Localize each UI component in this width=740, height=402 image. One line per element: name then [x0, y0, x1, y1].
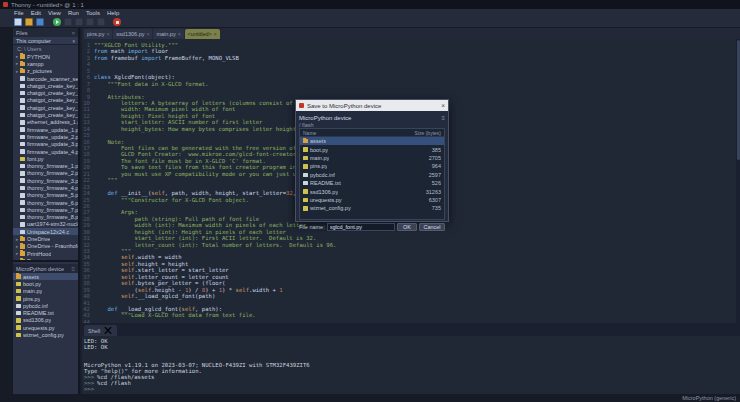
dialog-file-row[interactable]: pybcdc.inf 2597	[300, 171, 444, 179]
dialog-file-row[interactable]: main.py 2705	[300, 154, 444, 162]
editor-tab[interactable]: <untitled> ×	[185, 29, 220, 39]
step-into-button[interactable]	[86, 18, 94, 26]
status-bar: MicroPython (generic)	[0, 394, 740, 402]
device-file-item[interactable]: urequests.py	[13, 324, 78, 331]
tab-close-icon[interactable]: ×	[147, 31, 150, 37]
tree-item[interactable]: font.py	[13, 155, 78, 162]
tree-item[interactable]: z_pictures	[13, 68, 78, 75]
save-dialog: Save to MicroPython device × MicroPython…	[295, 99, 449, 222]
save-file-button[interactable]	[36, 18, 44, 26]
dialog-menu-icon[interactable]: ≡	[441, 115, 445, 121]
tree-item[interactable]: thonny_firmware_8.pn	[13, 214, 78, 221]
file-name: Unispace12x24.c	[27, 229, 69, 235]
tree-item[interactable]: thonny_firmware_2.pn	[13, 170, 78, 177]
tree-item[interactable]: PrintHood	[13, 250, 78, 257]
device-file-item[interactable]: README.txt	[13, 309, 78, 316]
tree-item[interactable]: thonny_firmware_3.pn	[13, 177, 78, 184]
device-file-item[interactable]: main.py	[13, 288, 78, 295]
tree-item[interactable]: firmware_update_4.pn	[13, 148, 78, 155]
file-name: thonny_firmware_5.pn	[27, 192, 78, 198]
column-name[interactable]: Name	[303, 130, 316, 136]
tree-item[interactable]: OneDrive - Fraunhofer	[13, 243, 78, 250]
device-file-list[interactable]: assets boot.py main.py pins.py pybcdc.in…	[13, 273, 78, 339]
backend-status[interactable]: MicroPython (generic)	[682, 395, 736, 401]
menu-item[interactable]: View	[48, 10, 61, 16]
tree-item[interactable]: OneDrive	[13, 235, 78, 242]
files-panel-header: Files ×	[13, 28, 78, 37]
tab-close-icon[interactable]: ×	[106, 31, 109, 37]
menu-item[interactable]: File	[14, 10, 24, 16]
tree-item[interactable]: Unispace12x24.c	[13, 228, 78, 235]
dialog-file-list[interactable]: Name Size (bytes) assets boot.py 385	[299, 128, 445, 220]
file-name: thonny_firmware_6.pn	[27, 200, 78, 206]
dialog-file-row[interactable]: assets	[300, 137, 444, 145]
dialog-close-icon[interactable]: ×	[441, 102, 445, 109]
tab-close-icon[interactable]: ×	[178, 31, 181, 37]
device-file-item[interactable]: boot.py	[13, 280, 78, 287]
editor-scrollbar[interactable]	[736, 39, 740, 323]
files-path-breadcrumb[interactable]: C: \ Users	[13, 45, 78, 53]
shell-output[interactable]: LED: OK LED: OK MicroPython v1.19.1 on 2…	[82, 336, 740, 394]
menu-item[interactable]: Run	[68, 10, 79, 16]
tree-item[interactable]: thonny_firmware_1.pn	[13, 162, 78, 169]
run-button[interactable]	[53, 18, 61, 26]
file-icon	[20, 251, 25, 256]
open-file-button[interactable]	[25, 18, 33, 26]
tree-item[interactable]: thonny_firmware_5.pn	[13, 192, 78, 199]
step-over-button[interactable]	[75, 18, 83, 26]
ok-button[interactable]: OK	[397, 223, 417, 231]
tree-item[interactable]: firmware_update_2.pn	[13, 133, 78, 140]
storage-selector[interactable]: This computer ▾	[13, 37, 78, 45]
tree-item[interactable]: xampp	[13, 60, 78, 67]
panel-menu-icon[interactable]: ≡	[71, 266, 75, 272]
device-file-item[interactable]: wiznet_config.py	[13, 331, 78, 338]
dialog-file-row[interactable]: boot.py 385	[300, 145, 444, 153]
editor-tab[interactable]: main.py ×	[153, 29, 183, 39]
window-title: Thonny - <untitled> @ 1 : 1	[11, 2, 84, 8]
tree-item[interactable]: chatgpt_create_key_3.p	[13, 97, 78, 104]
menu-item[interactable]: Help	[107, 10, 119, 16]
tab-close-icon[interactable]: ×	[214, 31, 217, 37]
menu-item[interactable]: Tools	[86, 10, 100, 16]
dialog-file-row[interactable]: wiznet_config.py 735	[300, 204, 444, 212]
tree-item[interactable]: chatgpt_create_key_2.p	[13, 89, 78, 96]
device-file-item[interactable]: pybcdc.inf	[13, 302, 78, 309]
tree-item[interactable]: thonny_firmware_7.pn	[13, 206, 78, 213]
menu-item[interactable]: Edit	[31, 10, 41, 16]
tree-item[interactable]: firmware_update_3.pn	[13, 141, 78, 148]
files-tree[interactable]: PYTHON xampp z_pictures barcode_scanner_…	[13, 53, 78, 262]
tree-item[interactable]: chatgpt_create_key_1.p	[13, 82, 78, 89]
file-name: README.txt	[23, 310, 54, 316]
editor-tab[interactable]: pins.py ×	[84, 29, 112, 39]
file-name: font.py	[27, 156, 44, 162]
editor-tab[interactable]: ssd1306.py ×	[113, 29, 152, 39]
dialog-file-row[interactable]: pins.py 964	[300, 162, 444, 170]
tree-item[interactable]: firmware_update_1.pn	[13, 126, 78, 133]
shell-tab[interactable]: Shell ×	[84, 325, 117, 336]
tree-item[interactable]: Recent	[13, 257, 78, 262]
debug-button[interactable]	[64, 18, 72, 26]
dialog-file-row[interactable]: urequests.py 6307	[300, 196, 444, 204]
tree-item[interactable]: thonny_firmware_4.pn	[13, 184, 78, 191]
cancel-button[interactable]: Cancel	[419, 223, 445, 231]
tree-item[interactable]: uart1974-stm32-nucle	[13, 221, 78, 228]
tree-item[interactable]: chatgpt_create_key_5.p	[13, 111, 78, 118]
close-panel-icon[interactable]: ×	[71, 30, 75, 36]
column-size[interactable]: Size (bytes)	[415, 130, 441, 136]
tree-item[interactable]: chatgpt_create_key_4.p	[13, 104, 78, 111]
tree-item[interactable]: ethernet_address_1.pn	[13, 119, 78, 126]
new-file-button[interactable]	[14, 18, 22, 26]
dialog-file-row[interactable]: README.txt 526	[300, 179, 444, 187]
tree-item[interactable]: thonny_firmware_6.pn	[13, 199, 78, 206]
device-file-item[interactable]: pins.py	[13, 295, 78, 302]
dialog-file-row[interactable]: ssd1306.py 31263	[300, 187, 444, 195]
file-name: main.py	[23, 288, 42, 294]
device-file-item[interactable]: assets	[13, 273, 78, 280]
step-out-button[interactable]	[97, 18, 105, 26]
device-file-item[interactable]: ssd1306.py	[13, 317, 78, 324]
scrollbar-thumb[interactable]	[737, 40, 740, 160]
stop-button[interactable]	[113, 18, 121, 26]
tree-item[interactable]: barcode_scanner_set_	[13, 75, 78, 82]
tree-item[interactable]: PYTHON	[13, 53, 78, 60]
file-name-input[interactable]	[327, 223, 395, 231]
